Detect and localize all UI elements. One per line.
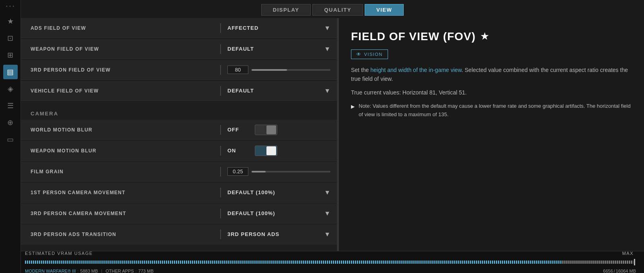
slider-value: 80 [227,66,248,74]
bottom-bar: ESTIMATED VRAM USAGE MAX MODERN WARFARE®… [21,251,644,273]
pipe-sep: | [101,269,102,273]
film-grain-slider[interactable]: 0.25 [227,167,330,176]
sidebar-icon-list[interactable]: ☰ [3,99,18,113]
tab-quality[interactable]: QUALITY [312,4,363,16]
setting-row-film-grain[interactable]: FILM GRAIN 0.25 [21,162,337,182]
setting-row-3p-fov[interactable]: 3RD PERSON FIELD OF VIEW 80 [21,60,337,80]
3p-fov-slider[interactable]: 80 [227,66,330,74]
triangle-icon: ▶ [351,103,355,119]
sidebar-icon-star[interactable]: ★ [3,14,18,29]
slider-track[interactable] [252,69,330,71]
sidebar-dots: • • • [6,4,14,8]
setting-row-weapon-fov[interactable]: WEAPON FIELD OF VIEW DEFAULT ▼ [21,39,337,59]
total-sep: / [614,269,615,273]
world-blur-toggle[interactable] [255,125,277,135]
true-values-data: Horizontal 81, Vertical 51. [401,89,466,96]
sidebar-icon-audio[interactable]: ◈ [3,82,18,96]
setting-row-weapon-blur[interactable]: WEAPON MOTION BLUR ON [21,141,337,161]
weapon-fov-text: DEFAULT [227,46,254,52]
info-title: FIELD OF VIEW (FOV) ★ [351,30,632,43]
3p-ads-value[interactable]: 3RD PERSON ADS ▼ [220,230,337,239]
total-max: 16064 MB [616,269,636,273]
sidebar-icon-view[interactable]: ▤ [3,65,18,79]
sidebar: • • • ★ ⊡ ⊞ ▤ ◈ ☰ ⊕ ▭ [0,0,21,273]
slider-fill [252,69,287,71]
fov-link[interactable]: height and width of the in-game view [370,67,461,73]
note-text: Note: Values different from the default … [359,102,632,119]
film-grain-value[interactable]: 0.25 [220,167,337,177]
info-star-icon: ★ [481,31,489,42]
3p-ads-label: 3RD PERSON ADS TRANSITION [21,232,220,237]
settings-panel: ADS FIELD OF VIEW AFFECTED ▼ WEAPON FIEL… [21,18,337,273]
3p-camera-label: 3RD PERSON CAMERA MOVEMENT [21,211,220,216]
setting-row-world-blur[interactable]: WORLD MOTION BLUR OFF [21,120,337,140]
weapon-blur-value[interactable]: ON [220,146,337,156]
section-divider [21,102,337,105]
info-panel: FIELD OF VIEW (FOV) ★ 👁 VISION Set the h… [339,18,644,273]
camera-section-header: CAMERA [21,105,337,120]
note-row: ▶ Note: Values different from the defaul… [351,102,632,119]
setting-row-ads-fov[interactable]: ADS FIELD OF VIEW AFFECTED ▼ [21,18,337,38]
3p-ads-text: 3RD PERSON ADS [227,231,279,237]
sidebar-icon-network[interactable]: ⊕ [3,115,18,130]
toggle-knob [266,146,276,155]
3p-fov-value[interactable]: 80 [220,65,337,75]
ads-fov-label: ADS FIELD OF VIEW [21,25,220,31]
setting-row-3p-camera[interactable]: 3RD PERSON CAMERA MOVEMENT DEFAULT (100%… [21,203,337,224]
slider-fill [252,171,266,172]
toggle-knob [266,125,276,134]
vision-badge: 👁 VISION [351,49,388,59]
dropdown-arrow: ▼ [324,210,330,217]
setting-row-3p-ads[interactable]: 3RD PERSON ADS TRANSITION 3RD PERSON ADS… [21,224,337,244]
1p-camera-label: 1ST PERSON CAMERA MOVEMENT [21,190,220,195]
badge-text: VISION [364,52,383,57]
other-label: OTHER APPS [105,269,134,273]
dropdown-arrow: ▼ [324,25,330,32]
1p-camera-value[interactable]: DEFAULT (100%) ▼ [220,188,337,197]
slider-track[interactable] [252,171,330,172]
sidebar-icon-gamepad[interactable]: ⊞ [3,48,18,62]
vehicle-fov-text: DEFAULT [227,88,254,94]
info-title-text: FIELD OF VIEW (FOV) [351,30,476,43]
world-blur-value[interactable]: OFF [220,125,337,135]
setting-row-vehicle-fov[interactable]: VEHICLE FIELD OF VIEW DEFAULT ▼ [21,81,337,101]
other-value: 773 MB [138,269,154,273]
setting-row-1p-camera[interactable]: 1ST PERSON CAMERA MOVEMENT DEFAULT (100%… [21,183,337,203]
ads-fov-value[interactable]: AFFECTED ▼ [220,23,337,33]
vram-section: ESTIMATED VRAM USAGE MAX MODERN WARFARE®… [25,251,636,273]
3p-camera-value[interactable]: DEFAULT (100%) ▼ [220,209,337,218]
divider [220,146,221,156]
dropdown-arrow: ▼ [324,45,330,53]
vehicle-fov-value[interactable]: DEFAULT ▼ [220,86,337,96]
weapon-fov-value[interactable]: DEFAULT ▼ [220,44,337,54]
max-label: MAX [622,251,634,256]
dropdown-arrow: ▼ [324,231,330,238]
true-values-label: True current values: [351,89,401,96]
vram-bar-mw [25,261,562,264]
main-area: DISPLAY QUALITY VIEW ADS FIELD OF VIEW A… [21,0,644,273]
tab-display[interactable]: DISPLAY [261,4,311,16]
divider [220,230,221,239]
sidebar-icon-mouse[interactable]: ⊡ [3,31,18,45]
weapon-blur-text: ON [227,148,252,154]
world-blur-label: WORLD MOTION BLUR [21,127,220,133]
eye-icon: 👁 [356,51,362,57]
weapon-blur-toggle[interactable] [255,146,277,156]
divider [220,188,221,197]
content-area: ADS FIELD OF VIEW AFFECTED ▼ WEAPON FIEL… [21,18,644,273]
dropdown-arrow: ▼ [324,189,330,196]
divider [220,44,221,54]
sidebar-icon-misc[interactable]: ▭ [3,132,18,147]
film-grain-label: FILM GRAIN [21,169,220,174]
world-blur-text: OFF [227,127,252,133]
top-nav: DISPLAY QUALITY VIEW [21,0,644,18]
vram-label: ESTIMATED VRAM USAGE [25,251,93,256]
slider-value: 0.25 [227,167,248,176]
vehicle-fov-label: VEHICLE FIELD OF VIEW [21,88,220,94]
divider [220,125,221,135]
divider [220,65,221,75]
divider [220,209,221,218]
vram-bar-other [562,261,633,264]
tab-view[interactable]: VIEW [365,4,404,16]
other-sep: : [136,269,137,273]
